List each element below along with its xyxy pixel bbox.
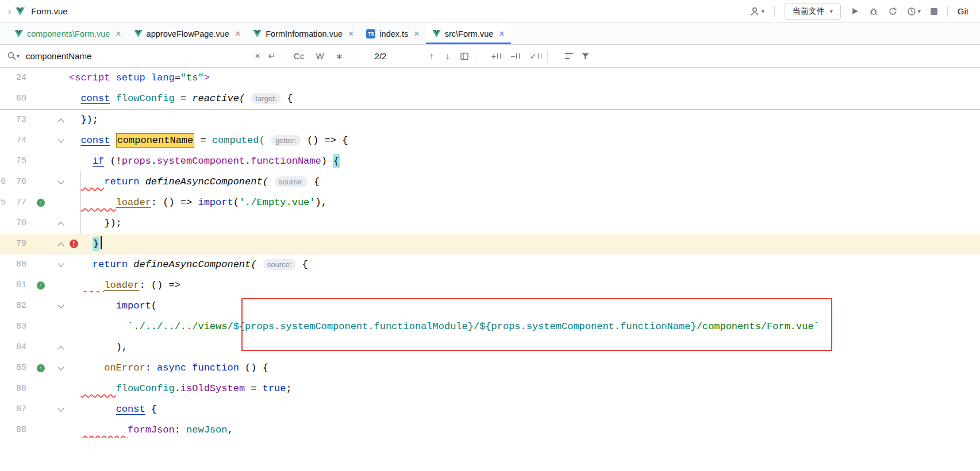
previous-match-icon[interactable]: ↑ xyxy=(429,51,433,61)
line-number[interactable]: 81 xyxy=(0,275,26,296)
clipped-gutter-digit: 5 xyxy=(1,192,6,213)
code-line-80[interactable]: 80 return defineAsyncComponent( source: … xyxy=(0,254,980,275)
debug-icon[interactable] xyxy=(869,7,878,16)
close-tab-icon[interactable]: × xyxy=(348,29,353,39)
code-text: formJson: newJson, xyxy=(69,420,233,441)
regex-toggle[interactable]: ∗ xyxy=(336,52,343,61)
line-number[interactable]: 84 xyxy=(0,337,26,358)
fold-end-icon[interactable] xyxy=(57,242,64,249)
next-match-icon[interactable]: ↓ xyxy=(445,51,449,61)
inlay-hint: source: xyxy=(263,259,296,270)
filter-icon[interactable] xyxy=(581,52,590,60)
code-line-75[interactable]: 75 if (!props.systemComponent.functionNa… xyxy=(0,151,980,172)
match-case-toggle[interactable]: Cc xyxy=(294,52,305,61)
clear-search-icon[interactable]: × xyxy=(255,51,260,61)
line-number[interactable]: 85 xyxy=(0,358,26,379)
vue-icon xyxy=(253,30,262,37)
code-text: `./../../../views/${props.systemComponen… xyxy=(69,316,820,337)
remove-occurrence-icon[interactable]: − xyxy=(510,52,520,61)
gutter-marker-icon[interactable]: ↑ xyxy=(37,199,45,207)
line-number[interactable]: 74 xyxy=(0,130,26,151)
separator xyxy=(282,50,282,63)
line-number[interactable]: 86 xyxy=(0,379,26,399)
tab-forminformation.vue[interactable]: FormInformation.vue× xyxy=(247,23,360,44)
breadcrumb-chevron-icon: › xyxy=(8,6,11,17)
code-editor[interactable]: 24<script setup lang="ts">69 const flowC… xyxy=(0,68,980,441)
select-occurrences-icon[interactable]: ✓ xyxy=(529,52,541,61)
inlay-hint: getter: xyxy=(271,135,301,146)
add-occurrence-icon[interactable]: + xyxy=(491,52,500,61)
history-icon[interactable]: ▾ xyxy=(907,7,921,16)
tab-components-form.vue[interactable]: components\Form.vue× xyxy=(8,23,128,44)
close-tab-icon[interactable]: × xyxy=(235,29,240,39)
gutter-marker-icon[interactable]: ↑ xyxy=(37,281,45,289)
code-line-69[interactable]: 69 const flowConfig = reactive( target: … xyxy=(0,88,980,109)
code-line-88[interactable]: 88 formJson: newJson, xyxy=(0,420,980,441)
line-number[interactable]: 87 xyxy=(0,399,26,420)
line-number[interactable]: 80 xyxy=(0,254,26,275)
line-number[interactable]: 79 xyxy=(0,234,26,254)
fold-start-icon[interactable] xyxy=(57,260,64,267)
stop-icon[interactable] xyxy=(931,8,937,15)
line-number[interactable]: 24 xyxy=(0,68,26,88)
fold-end-icon[interactable] xyxy=(57,222,64,228)
line-number[interactable]: 75 xyxy=(0,151,26,172)
tab-src-form.vue[interactable]: src\Form.vue× xyxy=(426,23,511,44)
code-line-78[interactable]: 78 }); xyxy=(0,213,980,234)
user-profile-icon[interactable]: ▾ xyxy=(750,6,764,17)
fold-start-icon[interactable] xyxy=(57,364,64,370)
line-number[interactable]: 78 xyxy=(0,213,26,234)
code-line-82[interactable]: 82 import( xyxy=(0,296,980,316)
separator xyxy=(774,6,775,17)
code-line-79[interactable]: 79! } xyxy=(0,234,980,254)
fold-start-icon[interactable] xyxy=(57,177,64,184)
git-menu[interactable]: Git xyxy=(958,6,969,16)
words-toggle[interactable]: W xyxy=(316,52,324,61)
code-line-84[interactable]: 84 ), xyxy=(0,337,980,358)
tab-label: components\Form.vue xyxy=(27,29,110,38)
run-configuration-selector[interactable]: 当前文件 ▾ xyxy=(785,3,841,20)
close-tab-icon[interactable]: × xyxy=(499,29,504,39)
line-number[interactable]: 83 xyxy=(0,316,26,337)
tab-approveflowpage.vue[interactable]: approveFlowPage.vue× xyxy=(128,23,247,44)
code-line-77[interactable]: 77↑ loader: () => import('./Empty.vue'), xyxy=(0,192,980,213)
filter-results-icon[interactable] xyxy=(565,53,573,59)
fold-end-icon[interactable] xyxy=(57,346,64,352)
fold-end-icon[interactable] xyxy=(57,118,64,125)
fold-start-icon[interactable] xyxy=(57,136,64,142)
code-line-76[interactable]: 76 return defineAsyncComponent( source: … xyxy=(0,172,980,192)
window-title: Form.vue xyxy=(31,6,67,16)
close-tab-icon[interactable]: × xyxy=(116,29,121,39)
code-line-73[interactable]: 73 }); xyxy=(0,110,980,130)
code-line-85[interactable]: 85↑ onError: async function () { xyxy=(0,358,980,379)
line-number[interactable]: 82 xyxy=(0,296,26,316)
fold-start-icon[interactable] xyxy=(57,302,64,308)
code-line-87[interactable]: 87 const { xyxy=(0,399,980,420)
code-line-86[interactable]: 86 flowConfig.isOldSystem = true; xyxy=(0,379,980,399)
search-icon[interactable] xyxy=(7,51,17,61)
fold-start-icon[interactable] xyxy=(57,405,64,411)
search-history-icon[interactable]: ▾ xyxy=(17,53,20,59)
search-bar: ▾ componentName × ↵ Cc W ∗ 2/2 ↑ ↓ + − ✓ xyxy=(0,45,980,68)
gutter-marker-icon[interactable]: ↑ xyxy=(37,364,45,372)
code-line-74[interactable]: 74 const componentName = computed( gette… xyxy=(0,130,980,151)
code-line-81[interactable]: 81↑ loader: () => xyxy=(0,275,980,296)
line-number[interactable]: 69 xyxy=(0,88,26,109)
open-results-icon[interactable] xyxy=(460,52,469,61)
line-number[interactable]: 73 xyxy=(0,110,26,130)
rerun-icon[interactable] xyxy=(888,7,897,16)
chevron-down-icon: ▾ xyxy=(762,8,764,14)
run-icon[interactable] xyxy=(851,7,859,16)
typescript-icon: TS xyxy=(366,29,375,38)
close-tab-icon[interactable]: × xyxy=(414,29,419,39)
code-line-24[interactable]: 24<script setup lang="ts"> xyxy=(0,68,980,88)
newline-icon[interactable]: ↵ xyxy=(268,51,276,61)
code-area: 73 });74 const componentName = computed(… xyxy=(0,110,980,441)
run-configuration-label: 当前文件 xyxy=(793,6,825,17)
tab-index.ts[interactable]: TSindex.ts× xyxy=(360,23,425,44)
code-text: }); xyxy=(69,110,98,130)
line-number[interactable]: 88 xyxy=(0,420,26,441)
search-query[interactable]: componentName xyxy=(26,51,247,61)
search-field[interactable]: ▾ componentName × ↵ xyxy=(7,51,276,61)
code-line-83[interactable]: 83 `./../../../views/${props.systemCompo… xyxy=(0,316,980,337)
